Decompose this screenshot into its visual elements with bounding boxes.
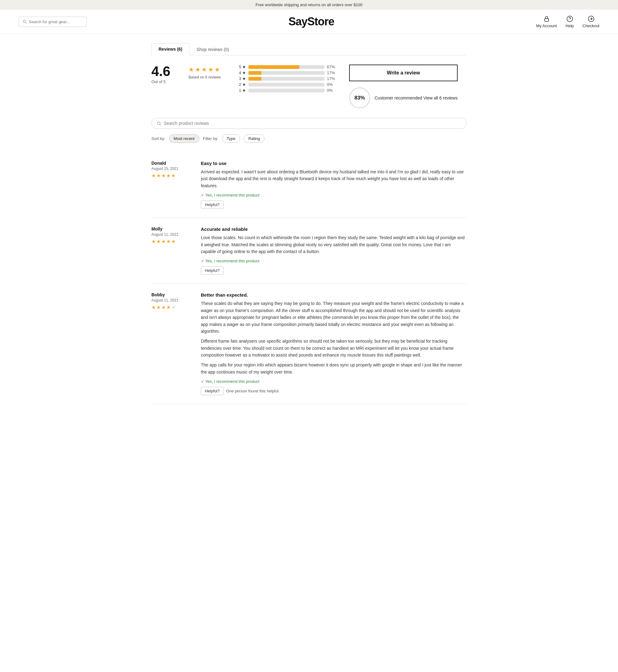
my-account-label: My Account [536,23,557,28]
recommend-line: ✓ Yes, I recommend this product [201,259,467,263]
search-reviews-box[interactable] [151,118,467,129]
review-paragraph: These scales do what they are saying the… [201,300,467,335]
top-banner: Free worldwide shipping and returns on a… [0,0,618,10]
review-body: Love those scales. No count in which wit… [201,234,467,255]
help-nav[interactable]: Help [565,15,574,28]
checkout-nav[interactable]: Checkout [583,15,600,28]
write-review-button[interactable]: Write a review [349,65,457,81]
review-star: ★ [157,173,161,179]
reviews-list: Donald August 15, 2021 ★★★★★ Easy to use… [151,152,467,404]
review-star: ★ [161,173,166,179]
bar-fill [248,77,262,81]
checkout-icon [588,15,595,22]
tabs: Reviews (6) Shop reviews (0) [151,43,467,55]
review-star: ★ [157,238,161,244]
reviewer-date: August 11, 2021 [151,298,192,303]
review-item: Molly August 11, 2021 ★★★★★ Accurate and… [151,218,467,284]
header-nav: My Account Help Checkout [536,15,600,28]
rating-out-of: Out of 5 [151,80,176,84]
sort-by-label: Sort by: [151,136,165,141]
bar-bg [248,77,324,81]
review-star: ★ [151,173,156,179]
review-body: Arrived as expected. I wasn't sure about… [201,169,467,189]
bar-row: 5 ★ 67% [238,65,337,69]
sort-most-recent-btn[interactable]: Most recent [169,134,199,143]
my-account-nav[interactable]: My Account [536,15,557,28]
sort-filter-bar: Sort by: Most recent Filter by: Type Rat… [151,134,467,143]
tab-reviews[interactable]: Reviews (6) [151,43,189,55]
helpful-button[interactable]: Helpful? [201,201,224,209]
star-1: ★ [189,66,194,73]
search-reviews-input[interactable] [164,121,461,126]
review-stars: ★★★★★ [151,238,192,244]
review-stars: ★★★★★ [151,173,192,179]
reviewer-info: Donald August 15, 2021 ★★★★★ [151,161,192,209]
view-all-link[interactable]: View all 6 reviews [423,96,457,100]
rating-summary-row: 4.6 Out of 5 ★ ★ ★ ★ ★ Based on 6 review… [151,65,467,108]
filter-type-btn[interactable]: Type [222,134,240,143]
review-paragraph: Arrived as expected. I wasn't sure about… [201,169,467,189]
recommend-line: ✓ Yes, I recommend this product [201,193,467,198]
actions-section: Write a review 83% Customer recommended … [349,65,457,108]
recommended-box: 83% Customer recommended View all 6 revi… [349,88,457,108]
bar-label: 4 ★ [238,71,246,75]
main-content: Reviews (6) Shop reviews (0) 4.6 Out of … [145,34,473,423]
svg-line-8 [160,124,161,125]
search-box[interactable] [18,17,87,27]
bar-pct: 17% [327,71,337,75]
banner-text: Free worldwide shipping and returns on a… [255,2,363,7]
big-rating: 4.6 Out of 5 [151,65,176,84]
star-4: ★ [208,66,213,73]
reviewer-info: Molly August 11, 2021 ★★★★★ [151,226,192,275]
reviewer-info: Bobby August 11, 2021 ★★★★★ [151,292,192,395]
review-star: ★ [171,173,176,179]
search-icon [22,19,27,24]
bar-row: 3 ★ 17% [238,76,337,81]
bar-fill [248,71,262,75]
search-input[interactable] [29,19,83,24]
bar-pct: 67% [327,65,337,69]
review-star: ★ [161,238,166,244]
helpful-button[interactable]: Helpful? [201,387,224,395]
svg-rect-2 [544,18,548,21]
review-item: Donald August 15, 2021 ★★★★★ Easy to use… [151,152,467,218]
bar-row: 4 ★ 17% [238,71,337,75]
review-paragraph: Different frame fats analysers use speci… [201,338,467,358]
bar-bg [248,71,324,75]
reviewer-name: Molly [151,226,192,231]
helpful-actions: Helpful? [201,266,467,275]
bar-bg [248,89,324,92]
star-5-half: ★ [214,66,220,73]
bar-bg [248,83,324,87]
review-stars: ★★★★★ [151,304,192,310]
recommended-pct-badge: 83% [349,88,370,108]
reviewer-date: August 15, 2021 [151,166,192,171]
review-content: Accurate and reliable Love those scales.… [201,226,467,275]
svg-point-7 [158,122,161,124]
review-title: Easy to use [201,161,467,166]
review-title: Better than expected. [201,292,467,298]
review-content: Better than expected. These scales do wh… [201,292,467,395]
review-star: ★ [151,304,156,310]
help-label: Help [565,23,574,28]
checkout-label: Checkout [583,23,600,28]
helpful-actions: Helpful?One person found this helpful [201,387,467,395]
based-on: Based on 6 reviews [189,75,226,80]
helpful-button[interactable]: Helpful? [201,266,224,275]
helpful-actions: Helpful? [201,201,467,209]
review-star: ★ [166,173,171,179]
stars-summary: ★ ★ ★ ★ ★ Based on 6 reviews [189,65,226,80]
star-3: ★ [201,66,207,73]
bars-section: 5 ★ 67% 4 ★ 17% 3 ★ 17% 2 ★ 0% 1 ★ [238,65,337,94]
header: SayStore My Account Help Checkout [0,10,618,34]
review-paragraph: Love those scales. No count in which wit… [201,234,467,255]
bar-label: 3 ★ [238,76,246,81]
bar-row: 1 ★ 0% [238,88,337,93]
review-content: Easy to use Arrived as expected. I wasn'… [201,161,467,209]
tab-shop-reviews[interactable]: Shop reviews (0) [189,43,236,55]
review-star: ★ [161,304,166,310]
filter-rating-btn[interactable]: Rating [244,134,265,143]
recommend-line: ✓ Yes, I recommend this product [201,379,467,384]
help-circle-icon [566,15,573,22]
rating-score: 4.6 [151,65,176,78]
